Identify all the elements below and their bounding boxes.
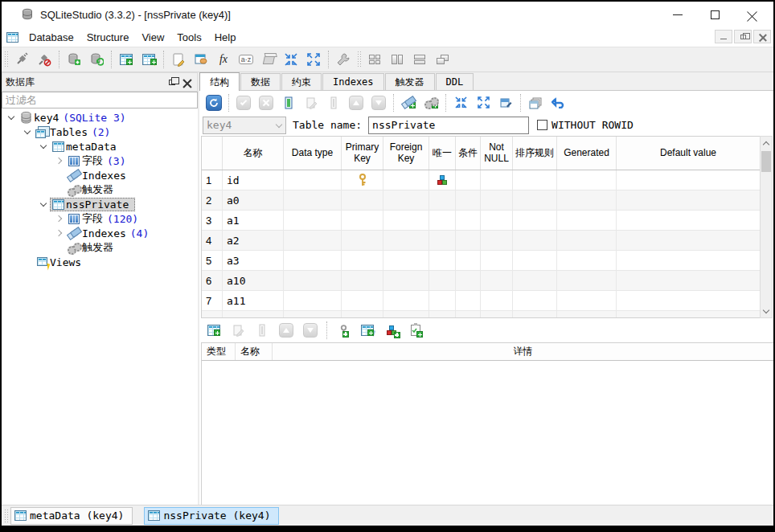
add-table-constraint-button[interactable] — [203, 320, 225, 341]
cell-foreign-key[interactable] — [383, 291, 429, 311]
without-rowid-checkbox[interactable] — [537, 120, 547, 130]
functions-button[interactable]: fx — [212, 49, 235, 70]
cell-default[interactable] — [617, 231, 760, 251]
cell-not-null[interactable] — [481, 170, 513, 190]
cell-foreign-key[interactable] — [383, 271, 429, 291]
cell-name[interactable]: a3 — [223, 251, 284, 271]
menu-view[interactable]: View — [135, 29, 170, 46]
menu-help[interactable]: Help — [208, 29, 243, 46]
import-button[interactable] — [190, 49, 212, 70]
table-row[interactable]: 7 a11 — [202, 291, 760, 311]
move-column-down-button[interactable] — [367, 92, 390, 113]
cell-foreign-key[interactable] — [383, 231, 429, 251]
col-header-primary-key[interactable]: Primary Key — [342, 137, 383, 170]
cell-generated[interactable] — [557, 170, 617, 190]
delete-column-button[interactable] — [322, 92, 345, 113]
scroll-up-button[interactable] — [761, 137, 772, 149]
rollback-structure-button[interactable] — [255, 92, 277, 113]
cell-default[interactable] — [617, 311, 760, 317]
cell-check[interactable] — [456, 311, 481, 317]
table-row[interactable]: 2 a0 — [202, 190, 760, 211]
cell-unique[interactable] — [429, 190, 456, 211]
chevron-down-icon[interactable] — [37, 145, 50, 148]
cell-default[interactable] — [617, 211, 760, 231]
undo-button[interactable] — [547, 92, 569, 113]
edit-constraint-button[interactable] — [227, 320, 249, 341]
cell-check[interactable] — [456, 170, 481, 190]
cell-default[interactable] — [617, 271, 760, 291]
constraints-col-name[interactable]: 名称 — [236, 343, 273, 360]
cell-name[interactable]: a11 — [223, 291, 284, 311]
cell-generated[interactable] — [557, 311, 617, 317]
connect-button[interactable] — [10, 49, 33, 70]
cell-primary-key[interactable] — [342, 170, 383, 190]
tree-item-nssprivate-indexes[interactable]: Indexes (4) — [2, 226, 198, 240]
tree-item-views[interactable]: Views — [2, 255, 198, 269]
cell-name[interactable]: a10 — [223, 271, 284, 291]
cell-not-null[interactable] — [481, 190, 513, 211]
grid-vertical-scrollbar[interactable] — [760, 136, 773, 318]
tree-item-nssprivate-triggers[interactable]: 触发器 — [2, 240, 198, 255]
mdi-cascade-button[interactable] — [431, 49, 453, 70]
cell-generated[interactable] — [557, 190, 617, 211]
add-primary-key-button[interactable] — [332, 320, 355, 341]
tab-structure[interactable]: 结构 — [199, 72, 240, 91]
open-windows-button[interactable] — [524, 92, 547, 113]
cell-not-null[interactable] — [481, 291, 513, 311]
chevron-down-icon[interactable] — [37, 203, 50, 206]
panel-float-button[interactable] — [165, 75, 179, 89]
close-button[interactable] — [733, 2, 770, 27]
col-header-foreign-key[interactable]: Foreign Key — [383, 137, 429, 170]
tree-item-metadata-indexes[interactable]: Indexes — [2, 168, 198, 182]
cell-unique[interactable] — [429, 231, 456, 251]
scroll-down-button[interactable] — [761, 305, 772, 317]
cell-unique[interactable] — [429, 170, 456, 190]
cell-primary-key[interactable] — [342, 311, 383, 317]
database-combo[interactable]: key4 — [203, 117, 286, 134]
cell-collate[interactable] — [513, 271, 557, 291]
shrink-columns-button[interactable] — [449, 92, 472, 113]
mdi-minimize-button[interactable] — [715, 30, 732, 43]
cell-unique[interactable] — [429, 251, 456, 271]
cell-primary-key[interactable] — [342, 251, 383, 271]
new-table-quick-button[interactable] — [137, 49, 160, 70]
maximize-button[interactable] — [696, 2, 733, 27]
table-row[interactable]: 8 a12 — [202, 311, 760, 317]
cell-foreign-key[interactable] — [383, 311, 429, 317]
cell-datatype[interactable] — [284, 291, 342, 311]
cell-not-null[interactable] — [481, 271, 513, 291]
mdi-restore-button[interactable] — [734, 30, 752, 43]
tree-item-nssprivate-columns[interactable]: 字段 (120) — [2, 211, 198, 226]
taskbar-grip[interactable] — [4, 509, 8, 523]
refresh-structure-button[interactable] — [203, 92, 225, 113]
cell-generated[interactable] — [557, 211, 617, 231]
cell-name[interactable]: id — [223, 170, 284, 190]
tree-item-tables[interactable]: Tables (2) — [2, 125, 198, 139]
cell-primary-key[interactable] — [342, 190, 383, 211]
chevron-down-icon[interactable] — [5, 117, 18, 119]
tab-indexes[interactable]: Indexes — [322, 73, 384, 90]
cell-name[interactable]: a1 — [223, 211, 284, 231]
taskbar-button-nssprivate[interactable]: nssPrivate (key4) — [144, 507, 279, 525]
tab-ddl[interactable]: DDL — [436, 73, 474, 90]
chevron-right-icon[interactable] — [53, 216, 66, 221]
tab-constraints[interactable]: 约束 — [281, 73, 322, 90]
cell-unique[interactable] — [429, 211, 456, 231]
cell-check[interactable] — [456, 211, 481, 231]
tab-data[interactable]: 数据 — [240, 73, 281, 90]
scrollbar-thumb[interactable] — [761, 151, 771, 172]
mdi-child-icon[interactable] — [2, 32, 23, 43]
menu-structure[interactable]: Structure — [80, 29, 136, 46]
cell-datatype[interactable] — [284, 211, 342, 231]
cell-default[interactable] — [617, 190, 760, 211]
add-column-button[interactable] — [277, 92, 300, 113]
cell-collate[interactable] — [513, 170, 557, 190]
table-row[interactable]: 4 a2 — [202, 231, 760, 251]
cell-check[interactable] — [456, 271, 481, 291]
add-trigger-button[interactable] — [420, 92, 442, 113]
move-column-up-button[interactable] — [345, 92, 367, 113]
chevron-right-icon[interactable] — [53, 158, 66, 163]
constraints-list[interactable] — [202, 361, 773, 505]
cell-collate[interactable] — [513, 231, 557, 251]
edit-column-button[interactable] — [300, 92, 322, 113]
